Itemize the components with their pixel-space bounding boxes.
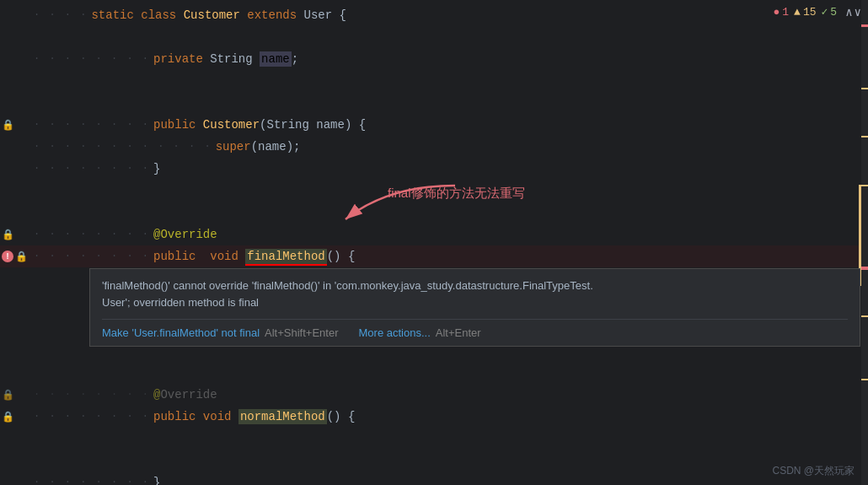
error-count-value: 1 [782,6,789,19]
scrollbar-warning-marker [861,315,868,317]
line-dots: · · · · · · · · [34,53,150,65]
line-dots: · · · · · · · · · · · · [34,141,212,153]
scrollbar-warning-marker [861,379,868,380]
scrollbar-warning-marker [861,88,868,89]
make-not-final-action[interactable]: Make 'User.finalMethod' not final [102,326,260,339]
line-content: public void normalMethod() { [153,410,860,423]
scrollbar-error-marker [861,267,868,270]
lock-icon: 🔒 [2,119,13,131]
line-dots: · · · · · · · · [34,477,150,485]
line-content: @Override [153,388,860,401]
line-content: @Override [153,228,868,241]
code-line-empty2 [0,450,860,472]
line-dots: · · · · · · · · [34,119,150,131]
code-line-7: · · · · · · · · · · · · super(name); [0,136,868,158]
warning-icon: ▲ [794,6,801,19]
line-dots: · · · · · · · · [34,229,150,240]
lock-icon: 🔒 [2,389,13,401]
code-line-11: 🔒 · · · · · · · · @Override [0,224,868,245]
ok-count-value: 5 [830,6,837,19]
code-line-override-partial: 🔒 · · · · · · · · @Override [0,384,860,406]
lock-icon: 🔒 [2,229,13,240]
ok-icon: ✓ [821,5,828,19]
code-line-2 [0,26,868,48]
line-content: } [153,476,860,485]
error-message: 'finalMethod()' cannot override 'finalMe… [102,278,848,310]
line-dots: · · · · · · · · [34,163,150,175]
code-line-1: · · · · static class Customer extends Us… [0,4,868,26]
watermark: CSDN @天然玩家 [772,464,855,478]
line-dots: · · · · [34,9,88,21]
line-content: static class Customer extends User { [91,8,868,22]
line-content: super(name); [216,140,868,154]
code-line-3: · · · · · · · · private String name; [0,48,868,70]
code-line-4 [0,70,868,92]
more-actions-shortcut: Alt+Enter [436,326,481,339]
code-line-8: · · · · · · · · } [0,158,868,180]
nav-up-arrow[interactable]: ∧ [845,5,852,19]
error-count: ● 1 [773,6,789,19]
error-actions: Make 'User.finalMethod' not final Alt+Sh… [102,319,848,339]
scrollbar[interactable] [861,0,868,485]
code-line-10 [0,202,868,224]
error-message-line1: 'finalMethod()' cannot override 'finalMe… [102,279,593,292]
more-actions-link[interactable]: More actions... [359,326,431,339]
line-content [34,30,868,44]
scrollbar-warning-marker [861,185,868,186]
code-line-empty [0,428,860,450]
line-dots: · · · · · · · · [34,411,150,423]
action-shortcut: Alt+Shift+Enter [265,326,338,339]
error-icon: ! [2,251,13,262]
top-bar: ● 1 ▲ 15 ✓ 5 ∧ ∨ [773,0,868,24]
code-line-6: 🔒 · · · · · · · · public Customer(String… [0,114,868,136]
code-line-5 [0,92,868,114]
code-line-close-brace: · · · · · · · · } [0,472,860,485]
lock-icon: 🔒 [2,411,13,423]
error-message-line2: User'; overridden method is final [102,296,259,309]
line-dots: · · · · · · · · [34,251,150,262]
nav-down-arrow[interactable]: ∨ [855,5,861,19]
error-popup: 'finalMethod()' cannot override 'finalMe… [89,268,860,347]
line-content: private String name; [153,52,868,66]
line-dots: · · · · · · · · [34,389,150,401]
scrollbar-warning-marker [861,136,868,137]
code-line-normal: 🔒 · · · · · · · · public void normalMeth… [0,406,860,428]
nav-arrows: ∧ ∨ [845,5,861,19]
code-line-12: ! 🔒 · · · · · · · · public void finalMet… [0,245,868,267]
line-content: public void finalMethod() { [153,250,868,263]
editor: ● 1 ▲ 15 ✓ 5 ∧ ∨ · · · · static class Cu… [0,0,868,485]
lock-icon: 🔒 [15,251,27,262]
scrollbar-error-marker [861,24,868,27]
error-icon: ● [773,6,780,19]
line-content: } [153,162,868,175]
warning-count-value: 15 [803,6,817,19]
code-below-popup: 🔒 · · · · · · · · @Override 🔒 · · · · · … [0,384,860,485]
line-content: public Customer(String name) { [153,118,868,132]
warning-count: ▲ 15 [794,6,816,19]
ok-count: ✓ 5 [821,5,837,19]
code-line-9 [0,180,868,202]
